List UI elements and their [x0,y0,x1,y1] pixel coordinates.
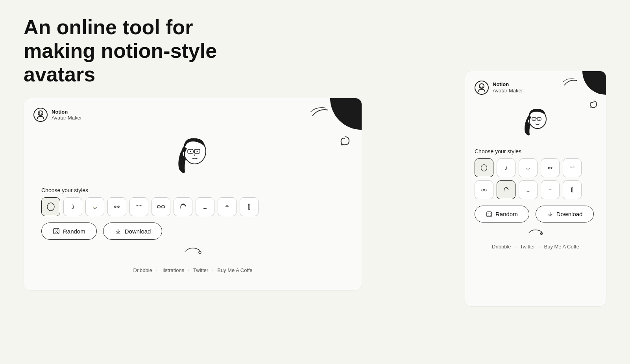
random-icon-small [486,211,492,217]
logo-icon-large [33,108,48,122]
styles-label-small: Choose your styles [475,148,597,154]
style-btn-face-small[interactable] [475,158,493,177]
svg-point-33 [481,165,487,171]
random-button-small[interactable]: Random [475,206,529,222]
style-icons-grid-small [475,158,597,199]
avatar-svg-small [518,103,553,138]
svg-point-44 [490,213,491,213]
style-btn-eyebrows[interactable] [129,197,148,216]
left-section: An online tool for making notion-style a… [24,16,449,290]
footer-links-small: Dribbble · Twitter · Buy Me A Coffe [475,240,597,254]
footer-dribbble-large[interactable]: Dribbble [133,267,152,273]
deco-lines-right [563,77,578,89]
svg-point-12 [115,207,116,208]
action-buttons-small: Random Download [475,199,597,222]
card-small: Notion Avatar Maker [465,71,606,307]
svg-point-32 [539,119,539,119]
svg-rect-14 [157,206,160,208]
svg-point-26 [480,86,481,86]
footer-links-large: Dribbble · Illstrations · Twitter · Buy … [33,259,352,277]
svg-point-22 [56,231,57,232]
download-icon-small [547,211,553,217]
svg-point-7 [190,151,191,152]
svg-point-8 [197,151,198,152]
logo-text-large: Notion Avatar Maker [52,109,82,121]
footer-twitter-large[interactable]: Twitter [193,267,208,273]
style-btn-eyes[interactable] [107,197,126,216]
style-btn-accessory-small[interactable] [519,180,538,199]
style-btn-mouth[interactable] [85,197,104,216]
action-buttons-large: Random Download [33,216,352,240]
footer-twitter-small[interactable]: Twitter [520,244,535,250]
style-btn-glasses-small[interactable] [475,180,493,199]
svg-point-18 [55,230,55,230]
download-icon-large [115,228,122,235]
svg-point-45 [488,215,488,215]
footer-illustrations-large[interactable]: Illstrations [161,267,185,273]
styles-label-large: Choose your styles [33,187,352,193]
deco-lines-icon [310,106,330,120]
svg-rect-16 [248,204,250,210]
style-btn-nose-small[interactable] [497,158,515,177]
style-btn-hair-small[interactable] [497,180,515,199]
random-button-large[interactable]: Random [41,222,97,240]
avatar-area-large [33,122,352,181]
style-btn-extra[interactable] [240,197,259,216]
style-btn-hair[interactable] [174,197,192,216]
svg-rect-39 [485,189,487,191]
footer-coffee-small[interactable]: Buy Me A Coffe [544,244,579,250]
svg-point-31 [534,119,534,119]
style-btn-face[interactable] [41,197,60,216]
svg-point-24 [591,107,592,108]
style-btn-nose[interactable] [63,197,82,216]
svg-rect-15 [162,206,164,208]
deco-swirl-right [588,99,599,112]
style-btn-glasses[interactable] [151,197,170,216]
svg-rect-38 [481,189,484,191]
svg-rect-40 [571,188,573,192]
style-btn-eyes-small[interactable] [541,158,560,177]
logo-icon-small [475,81,489,95]
style-btn-detail[interactable] [218,197,236,216]
svg-point-0 [341,144,343,145]
svg-rect-41 [487,211,491,216]
hero-title: An online tool for making notion-style a… [24,16,260,86]
avatar-svg-large [169,130,216,177]
svg-point-20 [57,230,58,230]
download-button-small[interactable]: Download [536,206,594,222]
right-section: Notion Avatar Maker [465,16,606,307]
deco-swirl-large [338,134,352,151]
cursor-deco-large [33,240,352,259]
style-icons-row1-small [475,158,597,177]
random-icon-large [53,228,60,235]
svg-point-36 [549,167,549,168]
svg-point-27 [482,86,483,86]
card-header-large: Notion Avatar Maker [33,108,352,122]
style-btn-mouth-small[interactable] [519,158,538,177]
style-btn-accessory[interactable] [196,197,214,216]
avatar-area-small [475,95,597,142]
svg-point-37 [551,167,552,168]
svg-point-21 [55,232,55,233]
style-btn-eyebrows-small[interactable] [563,158,582,177]
logo-text-small: Notion Avatar Maker [493,81,523,94]
page-wrapper: An online tool for making notion-style a… [24,16,606,307]
svg-point-43 [490,215,491,215]
style-btn-detail-small[interactable] [541,180,560,199]
footer-coffee-large[interactable]: Buy Me A Coffe [217,267,252,273]
style-icons-row-large [33,197,352,216]
cursor-deco-small [475,222,597,240]
download-button-large[interactable]: Download [103,222,163,240]
svg-point-3 [41,113,42,114]
style-icons-row2-small [475,180,597,199]
svg-point-19 [57,232,58,233]
svg-point-42 [488,213,488,213]
footer-dribbble-small[interactable]: Dribbble [492,244,511,250]
svg-point-13 [118,207,119,208]
style-btn-extra-small[interactable] [563,180,582,199]
card-large: Notion Avatar Maker [24,98,362,290]
svg-point-9 [47,203,54,211]
